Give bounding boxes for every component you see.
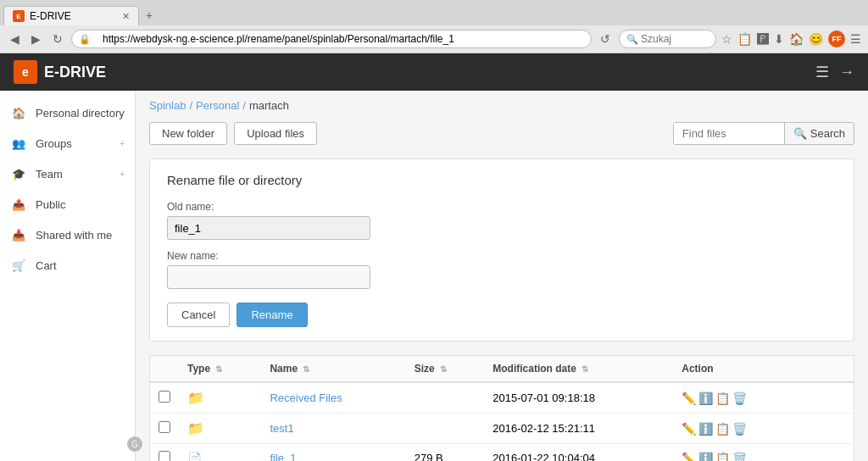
- file-name-link[interactable]: test1: [270, 422, 293, 435]
- file-table: Type ⇅ Name ⇅ Size ⇅ Modification date: [149, 355, 854, 461]
- info-icon[interactable]: ℹ️: [698, 422, 713, 436]
- expand-icon[interactable]: +: [120, 169, 125, 179]
- new-tab-button[interactable]: +: [139, 5, 159, 25]
- row-checkbox[interactable]: [159, 451, 170, 461]
- breadcrumb-personal[interactable]: Personal: [196, 99, 239, 112]
- modified-sort-icon: ⇅: [581, 364, 588, 374]
- name-column-header[interactable]: Name ⇅: [261, 356, 405, 383]
- find-files-search-button[interactable]: 🔍 Search: [784, 123, 854, 144]
- app-exit-button[interactable]: →: [839, 63, 854, 81]
- name-sort-icon: ⇅: [303, 364, 309, 374]
- sidebar-item-personal[interactable]: 🏠 Personal directory: [0, 97, 135, 128]
- reading-list-icon[interactable]: 📋: [737, 32, 752, 46]
- team-icon: 🎓: [10, 165, 27, 182]
- logo-icon: e: [14, 60, 37, 84]
- checkbox-header: [150, 356, 180, 383]
- tab-bar: E E-DRIVE ✕ +: [0, 0, 868, 25]
- reload-button[interactable]: ↺: [597, 31, 614, 47]
- rename-button[interactable]: Rename: [236, 303, 307, 327]
- type-column-header[interactable]: Type ⇅: [179, 356, 261, 383]
- app-logo: e E-DRIVE: [14, 60, 106, 84]
- row-checkbox[interactable]: [159, 421, 170, 433]
- rename-actions: Cancel Rename: [167, 303, 837, 327]
- sidebar-item-team[interactable]: 🎓 Team +: [0, 158, 135, 189]
- main-content: Spinlab / Personal / martach New folder …: [136, 91, 868, 461]
- edit-icon[interactable]: ✏️: [682, 422, 696, 436]
- old-name-label: Old name:: [167, 201, 837, 213]
- old-name-input[interactable]: [167, 216, 370, 240]
- refresh-button[interactable]: ↻: [49, 31, 66, 47]
- edit-icon[interactable]: ✏️: [682, 392, 696, 405]
- sidebar-item-public[interactable]: 📤 Public: [0, 189, 135, 219]
- folder-icon: 📁: [187, 391, 204, 405]
- address-bar: ◀ ▶ ↻ 🔒 ↺ 🔍 ☆ 📋 🅿 ⬇ 🏠 😊 FF ☰: [0, 25, 868, 53]
- search-icon: 🔍: [626, 34, 638, 45]
- forward-button[interactable]: ▶: [28, 31, 44, 47]
- old-name-group: Old name:: [167, 201, 837, 240]
- new-folder-button[interactable]: New folder: [149, 122, 227, 145]
- user-avatar[interactable]: FF: [828, 31, 845, 47]
- sidebar-item-label: Shared with me: [36, 229, 112, 242]
- emoji-icon[interactable]: 😊: [809, 32, 823, 46]
- rename-dialog: Rename file or directory Old name: New n…: [149, 158, 854, 342]
- table-row: 📁 test1 2016-02-12 15:21:11 ✏️ ℹ️ 📋 🗑️: [150, 414, 854, 444]
- sidebar-item-cart[interactable]: 🛒 Cart: [0, 250, 135, 280]
- delete-icon[interactable]: 🗑️: [732, 392, 747, 405]
- table-row: 📄 file_1 279 B 2016-01-22 10:04:04 ✏️ ℹ️…: [150, 444, 854, 462]
- delete-icon[interactable]: 🗑️: [732, 422, 747, 436]
- sidebar-item-groups[interactable]: 👥 Groups +: [0, 128, 135, 158]
- download-icon[interactable]: ⬇: [774, 32, 784, 46]
- sidebar-item-shared[interactable]: 📥 Shared with me: [0, 219, 135, 250]
- app-menu-button[interactable]: ☰: [815, 63, 829, 81]
- file-name-link[interactable]: file_1: [270, 452, 296, 461]
- back-button[interactable]: ◀: [7, 31, 23, 47]
- size-column-header[interactable]: Size ⇅: [406, 356, 485, 383]
- sidebar: 🏠 Personal directory 👥 Groups + 🎓 Team +…: [0, 91, 136, 461]
- info-icon[interactable]: ℹ️: [698, 452, 713, 462]
- bookmark-icon[interactable]: ☆: [721, 32, 732, 46]
- action-column-header: Action: [673, 356, 854, 383]
- rename-title: Rename file or directory: [167, 173, 837, 187]
- action-icons: ✏️ ℹ️ 📋 🗑️: [682, 452, 845, 462]
- find-files-input[interactable]: [674, 123, 784, 144]
- toolbar-icons: ☆ 📋 🅿 ⬇ 🏠 😊 FF ☰: [721, 31, 861, 47]
- sidebar-collapse-button[interactable]: G: [127, 436, 142, 452]
- file-name-link[interactable]: Received Files: [270, 392, 342, 404]
- app-header-right: ☰ →: [815, 63, 854, 81]
- upload-files-button[interactable]: Upload files: [234, 122, 317, 145]
- table-row: 📁 Received Files 2015-07-01 09:18:18 ✏️ …: [150, 382, 854, 414]
- copy-icon[interactable]: 📋: [715, 452, 730, 462]
- toolbar-row: New folder Upload files 🔍 Search: [149, 122, 854, 145]
- new-name-input[interactable]: [167, 265, 370, 289]
- new-name-label: New name:: [167, 250, 837, 262]
- delete-icon[interactable]: 🗑️: [732, 452, 747, 462]
- tab-close-button[interactable]: ✕: [122, 11, 130, 22]
- action-icons: ✏️ ℹ️ 📋 🗑️: [682, 392, 845, 405]
- home-icon: 🏠: [10, 104, 27, 121]
- modified-column-header[interactable]: Modification date ⇅: [484, 356, 673, 383]
- search-label: Search: [810, 127, 845, 140]
- browser-search-input[interactable]: [641, 33, 709, 45]
- breadcrumb-martach[interactable]: martach: [249, 99, 289, 112]
- groups-icon: 👥: [10, 135, 27, 152]
- sidebar-item-label: Groups: [36, 137, 72, 150]
- menu-icon[interactable]: ☰: [850, 32, 861, 46]
- active-tab[interactable]: E E-DRIVE ✕: [3, 6, 139, 25]
- action-icons: ✏️ ℹ️ 📋 🗑️: [682, 422, 845, 436]
- cart-icon: 🛒: [10, 257, 27, 274]
- cancel-button[interactable]: Cancel: [167, 303, 230, 327]
- row-checkbox[interactable]: [159, 391, 170, 403]
- home-icon[interactable]: 🏠: [789, 32, 804, 46]
- breadcrumb-spinlab[interactable]: Spinlab: [149, 99, 186, 112]
- address-input[interactable]: [94, 30, 584, 48]
- sidebar-item-label: Personal directory: [36, 107, 125, 119]
- pocket-icon[interactable]: 🅿: [757, 32, 769, 46]
- browser-search-box[interactable]: 🔍: [619, 30, 716, 48]
- copy-icon[interactable]: 📋: [715, 422, 730, 436]
- file-table-body: 📁 Received Files 2015-07-01 09:18:18 ✏️ …: [150, 382, 854, 461]
- copy-icon[interactable]: 📋: [715, 392, 730, 405]
- app-body: 🏠 Personal directory 👥 Groups + 🎓 Team +…: [0, 91, 868, 461]
- info-icon[interactable]: ℹ️: [698, 392, 713, 405]
- edit-icon[interactable]: ✏️: [682, 452, 696, 462]
- expand-icon[interactable]: +: [120, 139, 125, 148]
